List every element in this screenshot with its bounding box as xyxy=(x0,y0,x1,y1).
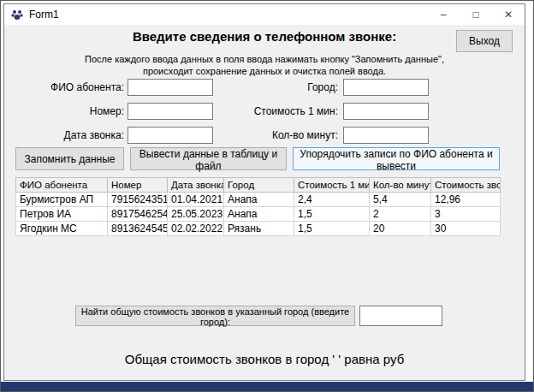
table-cell[interactable]: 1,5 xyxy=(294,222,370,236)
table-cell[interactable]: 89136245451 xyxy=(108,222,168,236)
screenshot-canvas: Form1 – □ ✕ Введите сведения о телефонно… xyxy=(0,0,534,392)
col-header-number[interactable]: Номер xyxy=(108,178,168,193)
find-total-cost-button[interactable]: Найти общую стоимость звонков в указанны… xyxy=(75,306,355,326)
col-header-date[interactable]: Дата звонка xyxy=(168,178,224,193)
calls-table: ФИО абонента Номер Дата звонка Город Сто… xyxy=(15,177,501,236)
call-date-input[interactable] xyxy=(128,127,213,144)
close-button[interactable]: ✕ xyxy=(492,4,525,24)
table-cell[interactable]: 30 xyxy=(431,222,501,236)
table-cell[interactable]: Бурмистров АП xyxy=(16,193,108,207)
col-header-fio[interactable]: ФИО абонента xyxy=(16,178,108,193)
col-header-minutes[interactable]: Кол-во минут xyxy=(370,178,431,193)
minutes-input[interactable] xyxy=(343,127,429,144)
window-controls: – □ ✕ xyxy=(427,4,525,24)
table-cell[interactable]: Рязань xyxy=(224,222,294,236)
minimize-button[interactable]: – xyxy=(427,4,460,24)
fio-input[interactable] xyxy=(128,79,213,96)
taskbar-strip xyxy=(1,382,533,391)
table-cell[interactable]: 01.04.2021 xyxy=(168,193,224,207)
table-cell[interactable]: Анапа xyxy=(224,207,294,222)
col-header-call-cost[interactable]: Стоимость звонка xyxy=(431,178,501,193)
number-label: Номер: xyxy=(13,105,124,117)
fio-label: ФИО абонента: xyxy=(13,81,124,93)
table-cell[interactable]: Анапа xyxy=(224,193,294,207)
city-search-input[interactable] xyxy=(359,306,442,326)
output-to-table-button[interactable]: Вывести данные в таблицу и файл xyxy=(130,147,287,170)
table-cell[interactable]: Ягодкин МС xyxy=(16,222,108,236)
number-input[interactable] xyxy=(128,103,213,120)
cost-per-min-input[interactable] xyxy=(343,103,429,120)
table-cell[interactable]: 79156243516 xyxy=(108,193,168,207)
page-title: Введите сведения о телефонном звонке: xyxy=(4,29,525,44)
instructions-line-2: происходит сохранение данных и очистка п… xyxy=(4,65,525,77)
table-cell[interactable]: 2,4 xyxy=(294,193,370,207)
window-title: Form1 xyxy=(29,9,59,21)
call-date-label: Дата звонка: xyxy=(13,129,124,141)
total-cost-result-label: Общая стоимость звонков в город ' ' равн… xyxy=(4,352,525,366)
table-cell[interactable]: 2 xyxy=(370,207,431,222)
cost-per-min-label: Стоимость 1 мин: xyxy=(252,105,338,117)
table-cell[interactable]: Петров ИА xyxy=(16,207,108,222)
table-cell[interactable]: 1,5 xyxy=(294,207,370,222)
table-row[interactable]: Петров ИА 89175462548 25.05.2023 Анапа 1… xyxy=(16,207,501,222)
table-cell[interactable]: 89175462548 xyxy=(108,207,168,222)
minutes-label: Кол-во минут: xyxy=(252,129,338,141)
city-label: Город: xyxy=(252,81,338,93)
table-cell[interactable]: 5,4 xyxy=(370,193,431,207)
sort-by-name-button[interactable]: Упорядочить записи по ФИО абонента и выв… xyxy=(293,147,500,170)
instructions-line-1: После каждого ввода данных в поля ввода … xyxy=(4,53,525,65)
titlebar: Form1 – □ ✕ xyxy=(4,4,525,25)
app-window: Form1 – □ ✕ Введите сведения о телефонно… xyxy=(3,3,525,381)
table-row[interactable]: Ягодкин МС 89136245451 02.02.2022 Рязань… xyxy=(16,222,501,236)
paw-app-icon xyxy=(10,8,24,21)
table-cell[interactable]: 3 xyxy=(431,207,501,222)
maximize-button[interactable]: □ xyxy=(460,4,492,24)
instructions: После каждого ввода данных в поля ввода … xyxy=(4,53,525,77)
col-header-city[interactable]: Город xyxy=(224,178,294,193)
city-input[interactable] xyxy=(343,79,429,96)
table-cell[interactable]: 02.02.2022 xyxy=(168,222,224,236)
col-header-cost-min[interactable]: Стоимость 1 мин. xyxy=(294,178,370,193)
table-header-row: ФИО абонента Номер Дата звонка Город Сто… xyxy=(16,178,501,193)
table-cell[interactable]: 20 xyxy=(370,222,431,236)
exit-button[interactable]: Выход xyxy=(456,30,513,52)
table-row[interactable]: Бурмистров АП 79156243516 01.04.2021 Ана… xyxy=(16,193,501,207)
save-data-button[interactable]: Запомнить данные xyxy=(15,147,124,170)
table-cell[interactable]: 25.05.2023 xyxy=(168,207,224,222)
table-cell[interactable]: 12,96 xyxy=(431,193,501,207)
